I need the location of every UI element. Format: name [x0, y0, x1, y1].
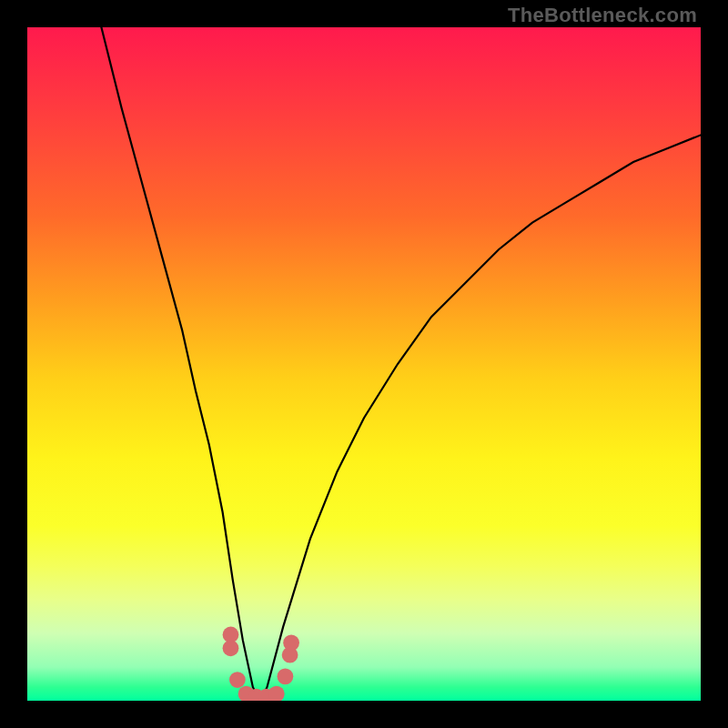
marker-dot	[223, 640, 239, 656]
chart-svg	[27, 27, 701, 701]
watermark-text: TheBottleneck.com	[508, 4, 697, 27]
outer-frame: TheBottleneck.com	[0, 0, 728, 728]
marker-cluster	[223, 627, 299, 701]
marker-dot	[278, 668, 294, 684]
plot-area	[27, 27, 701, 701]
marker-dot	[283, 634, 299, 651]
bottleneck-curve	[101, 27, 701, 701]
marker-dot	[268, 686, 285, 701]
marker-dot	[229, 672, 246, 688]
